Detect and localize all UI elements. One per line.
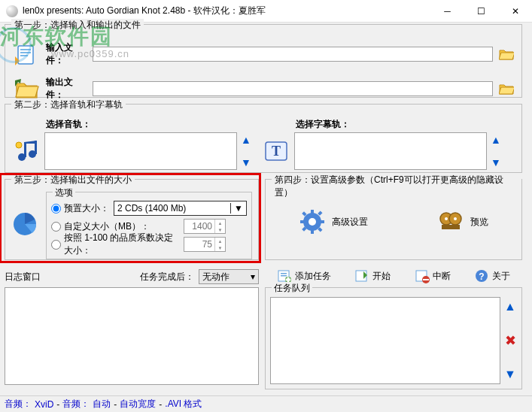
film-icon [437,208,464,235]
preset-combo[interactable]: 2 CDs (1400 Mb)▼ [114,201,247,216]
subtitle-down-button[interactable]: ▼ [490,156,502,168]
svg-rect-29 [281,275,287,277]
step2-legend: 第二步：选择音轨和字幕轨 [11,98,126,111]
svg-text:?: ? [479,271,485,282]
step1-legend: 第一步：选择输入和输出的文件 [11,19,144,32]
queue-delete-button[interactable]: ✖ [503,334,517,347]
quality-spinner[interactable]: 75▲▼ [184,237,226,252]
step4-group: 第四步：设置高级参数（Ctrl+F9可以打开更高级的隐藏设置） 高级设置 预览 [265,179,522,260]
custom-radio[interactable] [51,222,61,232]
svg-point-13 [309,218,316,226]
start-icon [354,268,369,283]
status-format: .AVI 格式 [165,398,202,410]
input-file-row: 输入文件： [11,41,515,67]
svg-rect-26 [442,225,460,229]
svg-rect-17 [320,220,324,223]
input-file-field[interactable] [93,47,493,62]
subtitle-up-button[interactable]: ▲ [490,134,502,146]
svg-rect-28 [281,273,287,274]
svg-rect-1 [20,49,31,50]
app-icon [6,5,18,17]
audio-icon [11,136,41,166]
subtitle-track-label: 选择字幕轨： [296,118,502,131]
queue-group: 任务队列 ▲ ✖ ▼ [265,287,522,389]
svg-point-24 [445,217,448,220]
about-button[interactable]: ? 关于 [474,268,510,283]
svg-point-8 [16,142,22,148]
audio-down-button[interactable]: ▼ [240,156,252,168]
preset-radio-label[interactable]: 预置大小： [51,202,109,215]
step2-group: 第二步：选择音轨和字幕轨 选择音轨： ▲ ▼ 选择字幕轨： [5,104,522,173]
step4-legend: 第四步：设置高级参数（Ctrl+F9可以打开更高级的隐藏设置） [272,174,521,199]
after-task-label: 任务完成后： [140,271,194,283]
output-file-field[interactable] [93,81,493,96]
size-icon [11,211,41,241]
maximize-button[interactable]: ☐ [464,0,498,23]
status-video-value: XviD [35,399,53,410]
custom-radio-label[interactable]: 自定义大小（MB）： [51,220,179,233]
options-legend: 选项 [53,186,75,199]
svg-rect-20 [318,211,322,215]
step3-legend: 第三步：选择输出文件的大小 [11,174,135,186]
subtitle-track-list[interactable] [294,132,487,170]
preview-label: 预览 [470,216,488,229]
input-file-label: 输入文件： [46,41,88,67]
preview-button[interactable]: 预览 [437,208,488,235]
advanced-settings-button[interactable]: 高级设置 [299,208,368,235]
advanced-settings-label: 高级设置 [332,216,368,229]
queue-legend: 任务队列 [272,282,312,295]
queue-down-button[interactable]: ▼ [503,368,517,381]
status-audio-label: 音频： [62,398,90,410]
output-file-row: 输出文件： [11,76,515,101]
audio-track-list[interactable] [44,132,237,170]
stop-button[interactable]: 中断 [415,268,451,283]
custom-size-spinner[interactable]: 1400▲▼ [184,219,226,234]
audio-up-button[interactable]: ▲ [240,134,252,146]
svg-rect-2 [20,52,31,53]
gear-icon [299,208,326,235]
minimize-button[interactable]: ─ [430,0,464,23]
subtitle-icon: T [261,136,291,166]
svg-rect-6 [24,142,26,157]
audio-track-label: 选择音轨： [46,118,252,131]
svg-text:T: T [272,144,281,159]
after-task-dropdown[interactable]: 无动作▾ [199,269,259,284]
status-bar: 音频： XviD - 音频： 自动 - 自动宽度 - .AVI 格式 [0,395,532,412]
svg-point-25 [454,217,457,220]
close-button[interactable]: ✕ [498,0,532,23]
svg-rect-36 [423,279,429,280]
chevron-down-icon: ▾ [251,271,255,282]
chevron-down-icon: ▼ [230,203,243,214]
quality-radio[interactable] [51,240,61,250]
options-group: 选项 预置大小： 2 CDs (1400 Mb)▼ 自定义大小（MB）： 140… [46,192,252,259]
queue-list[interactable] [270,297,500,384]
status-width: 自动宽度 [120,398,156,410]
log-label-row: 日志窗口 任务完成后： 无动作▾ [5,269,259,284]
add-task-button[interactable]: 添加任务 [277,268,331,283]
input-file-icon [11,41,41,67]
step1-group: 第一步：选择输入和输出的文件 输入文件： 输出文件： [5,24,522,98]
audio-column: 选择音轨： ▲ ▼ [11,118,252,170]
subtitle-column: 选择字幕轨： T ▲ ▼ [261,118,502,170]
status-audio-value: 自动 [93,398,111,410]
input-browse-button[interactable] [497,47,515,62]
quality-radio-label[interactable]: 按照 1-100 的品质系数决定大小： [51,232,179,257]
preset-radio[interactable] [51,204,61,214]
svg-rect-15 [311,229,314,234]
log-window-label: 日志窗口 [5,271,41,283]
start-button[interactable]: 开始 [354,268,391,283]
output-file-icon [11,76,41,101]
step3-group: 第三步：选择输出文件的大小 选项 预置大小： 2 CDs (1400 Mb)▼ … [5,179,259,260]
queue-up-button[interactable]: ▲ [503,300,517,314]
about-icon: ? [474,268,489,283]
svg-rect-14 [311,210,314,214]
status-video-label: 音频： [5,398,32,410]
svg-rect-16 [300,220,305,223]
svg-rect-32 [285,279,290,281]
stop-icon [415,268,430,283]
output-browse-button[interactable] [497,81,515,96]
window-title: len0x presents: Auto Gordian Knot 2.48b … [23,5,430,17]
svg-rect-3 [20,55,28,56]
output-file-label: 输出文件： [46,76,88,101]
log-textarea[interactable] [5,287,259,385]
